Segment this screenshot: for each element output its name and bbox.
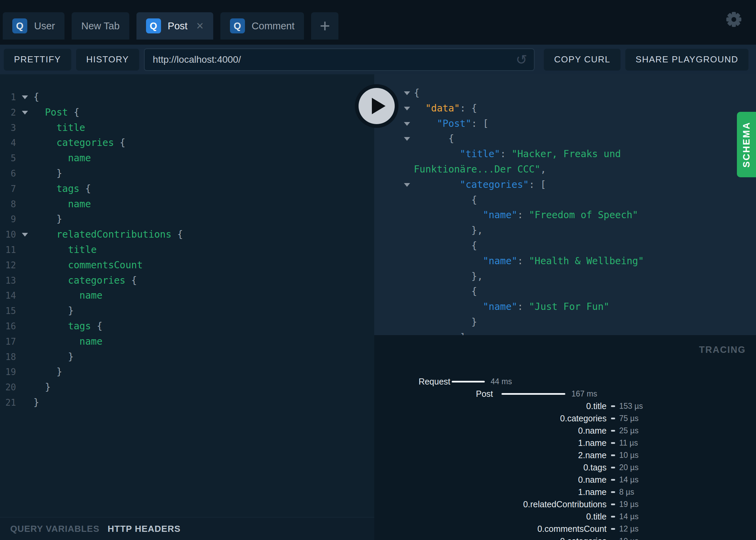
editor-line-text[interactable]: name — [33, 288, 102, 303]
toolbar-right-buttons: COPY CURL SHARE PLAYGROUND — [544, 49, 748, 71]
query-badge-icon: Q — [230, 18, 245, 33]
editor-line-text[interactable]: categories { — [33, 135, 126, 151]
settings-gear-icon[interactable] — [726, 12, 742, 27]
trace-dash — [611, 479, 615, 481]
line-number: 5 — [0, 151, 16, 166]
editor-line-text[interactable]: commentsCount — [33, 258, 143, 273]
collapse-icon[interactable] — [404, 122, 410, 126]
collapse-icon[interactable] — [404, 91, 410, 95]
editor-line: 8 name — [0, 197, 374, 212]
history-button[interactable]: HISTORY — [76, 49, 139, 71]
editor-line: 16 tags { — [0, 319, 374, 334]
trace-row: Post167 ms — [374, 388, 756, 400]
editor-line-text[interactable]: categories { — [33, 273, 137, 288]
line-number: 15 — [0, 303, 16, 319]
response-line: "name": "Freedom of Speech" — [414, 208, 756, 223]
trace-label: 0.commentsCount — [374, 523, 607, 535]
collapse-icon[interactable] — [404, 183, 410, 187]
endpoint-url-input[interactable] — [144, 48, 535, 71]
editor-line-text[interactable]: title — [33, 242, 97, 258]
schema-sidebar-tab[interactable]: SCHEMA — [737, 112, 756, 177]
editor-line: 2 Post { — [0, 105, 374, 120]
trace-time: 11 µs — [619, 437, 638, 449]
response-line: { — [414, 238, 756, 254]
trace-label: 1.name — [374, 486, 607, 498]
tab-list: QUserNew TabQPost×QComment+ — [3, 12, 338, 40]
query-badge-icon: Q — [146, 18, 161, 33]
editor-line-text[interactable]: name — [33, 151, 91, 166]
trace-time: 25 µs — [619, 424, 639, 437]
line-number: 9 — [0, 212, 16, 227]
trace-time: 10 µs — [619, 449, 639, 461]
line-number: 4 — [0, 135, 16, 151]
tab-post[interactable]: QPost× — [136, 12, 213, 40]
editor-line-text[interactable]: } — [33, 212, 62, 227]
trace-dash — [611, 418, 615, 419]
fold-icon[interactable] — [16, 95, 33, 99]
editor-line-text[interactable]: } — [33, 349, 74, 365]
add-tab-button[interactable]: + — [311, 12, 338, 40]
tab-comment[interactable]: QComment — [220, 12, 304, 40]
editor-line-text[interactable]: { — [33, 90, 39, 105]
response-line: Funktionäre...Der CCC", — [414, 162, 756, 177]
trace-row: 1.name11 µs — [374, 437, 756, 449]
editor-line: 9 } — [0, 212, 374, 227]
trace-row: 1.name8 µs — [374, 486, 756, 498]
fold-icon[interactable] — [16, 111, 33, 115]
tab-label: New Tab — [81, 20, 119, 32]
tracing-title: TRACING — [699, 345, 746, 355]
query-editor-code[interactable]: 1{2 Post {3 title4 categories {5 name6 }… — [0, 74, 374, 410]
line-number: 2 — [0, 105, 16, 120]
collapse-icon[interactable] — [404, 107, 410, 110]
trace-time: 8 µs — [619, 486, 634, 498]
reload-endpoint-icon[interactable]: ↺ — [516, 53, 527, 66]
trace-label: 2.name — [374, 449, 607, 461]
trace-time: 167 ms — [571, 388, 597, 400]
trace-row: 0.name25 µs — [374, 424, 756, 437]
collapse-icon[interactable] — [404, 137, 410, 141]
query-variables-tab[interactable]: QUERY VARIABLES — [10, 524, 100, 534]
trace-row: Request44 ms — [374, 375, 756, 388]
tab-user[interactable]: QUser — [3, 12, 64, 40]
editor-line-text[interactable]: tags { — [33, 181, 91, 197]
editor-line-text[interactable]: Post { — [33, 105, 79, 120]
share-playground-button[interactable]: SHARE PLAYGROUND — [625, 49, 748, 71]
editor-line: 10 relatedContributions { — [0, 227, 374, 242]
trace-label: 0.categories — [374, 412, 607, 424]
editor-line: 1{ — [0, 90, 374, 105]
http-headers-tab[interactable]: HTTP HEADERS — [108, 524, 181, 534]
editor-line: 4 categories { — [0, 135, 374, 151]
line-number: 1 — [0, 90, 16, 105]
editor-line-text[interactable]: } — [33, 395, 39, 410]
editor-line-text[interactable]: relatedContributions { — [33, 227, 183, 242]
prettify-button[interactable]: PRETTIFY — [4, 49, 71, 71]
copy-curl-button[interactable]: COPY CURL — [544, 49, 621, 71]
editor-line-text[interactable]: name — [33, 197, 91, 212]
trace-dash — [611, 504, 615, 505]
editor-line-text[interactable]: name — [33, 334, 102, 349]
trace-time: 153 µs — [619, 400, 643, 412]
execute-query-button[interactable] — [355, 84, 398, 128]
editor-line-text[interactable]: } — [33, 166, 62, 181]
editor-line-text[interactable]: } — [33, 380, 51, 395]
editor-line-text[interactable]: title — [33, 120, 85, 136]
query-editor-pane[interactable]: 1{2 Post {3 title4 categories {5 name6 }… — [0, 74, 374, 540]
fold-icon[interactable] — [16, 233, 33, 237]
response-line: "title": "Hacker, Freaks und — [414, 147, 756, 162]
response-line: "categories": [ — [414, 177, 756, 193]
bottom-bar: QUERY VARIABLES HTTP HEADERS — [0, 517, 374, 540]
response-line: ] — [414, 330, 756, 335]
trace-label: Request — [374, 375, 450, 388]
line-number: 10 — [0, 227, 16, 242]
editor-line-text[interactable]: } — [33, 364, 62, 380]
editor-line: 20 } — [0, 380, 374, 395]
editor-line-text[interactable]: } — [33, 303, 74, 319]
response-line: { — [414, 131, 756, 147]
tab-new-tab[interactable]: New Tab — [72, 12, 129, 40]
trace-label: 0.title — [374, 510, 607, 523]
editor-line-text[interactable]: tags { — [33, 319, 102, 334]
trace-dash — [611, 491, 615, 493]
editor-line: 12 commentsCount — [0, 258, 374, 273]
trace-row: 0.title153 µs — [374, 400, 756, 412]
close-tab-icon[interactable]: × — [197, 20, 204, 32]
